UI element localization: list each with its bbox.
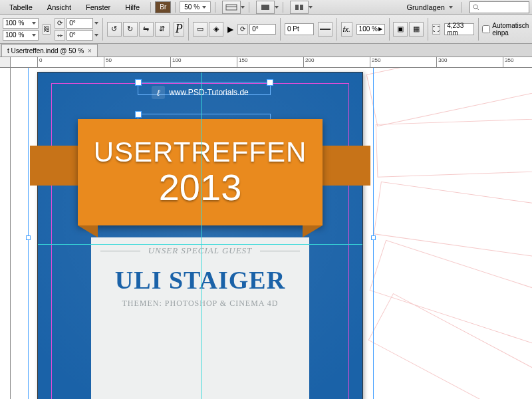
- menu-fenster[interactable]: Fenster: [79, 2, 117, 13]
- chevron-down-icon: [309, 6, 313, 9]
- view-options-button[interactable]: [222, 1, 241, 14]
- ruler-tick: 50: [104, 57, 112, 67]
- separator: [188, 18, 189, 41]
- content-rotation-field[interactable]: 0°: [249, 24, 276, 35]
- separator: [389, 18, 390, 41]
- chevron-down-icon: [241, 6, 245, 9]
- separator: [478, 18, 479, 41]
- svg-rect-4: [300, 5, 303, 10]
- ruler-tick: 0: [37, 57, 42, 67]
- zoom-level-dropdown[interactable]: 50 %: [180, 1, 211, 13]
- separator: [428, 18, 428, 41]
- separator: [280, 18, 281, 41]
- crop-icon[interactable]: ⛶: [432, 24, 440, 35]
- svg-rect-2: [261, 5, 269, 10]
- chevron-down-icon: [32, 34, 36, 37]
- separator: [150, 2, 151, 13]
- chevron-down-icon: [202, 6, 206, 9]
- chevron-down-icon: [449, 6, 453, 9]
- chevron-down-icon[interactable]: [94, 34, 98, 37]
- separator: [175, 2, 176, 13]
- text-wrap-bbox-button[interactable]: ▦: [409, 22, 424, 37]
- workspace-switcher[interactable]: Grundlagen: [402, 2, 457, 13]
- selection-handle[interactable]: [26, 235, 31, 240]
- dimension-field[interactable]: 4,233 mm: [444, 23, 473, 35]
- svg-line-6: [477, 8, 479, 10]
- text-wrap-none-button[interactable]: ▣: [393, 22, 408, 37]
- separator: [249, 2, 249, 13]
- control-bar: 100 % 100 % ⛓ ⟳0° ⬰0° ↺ ↻ ⇋ ⇵ P ▭ ◈ ▶ ⟳0…: [0, 15, 532, 44]
- arrow-right-icon: ▶: [227, 25, 233, 34]
- document-tab-bar: t Usertreffen.indd @ 50 % ×: [0, 44, 532, 57]
- paragraph-style-button[interactable]: P: [174, 22, 185, 37]
- menu-bar: Tabelle Ansicht Fenster Hilfe Br 50 % Gr…: [0, 0, 532, 15]
- rotate-icon: ⟳: [55, 18, 65, 29]
- search-field[interactable]: [469, 1, 529, 13]
- document-tab-title: t Usertreffen.indd @ 50 %: [7, 47, 84, 55]
- zoom-value: 50 %: [184, 3, 200, 11]
- menu-hilfe[interactable]: Hilfe: [118, 2, 146, 13]
- effects-button[interactable]: fx.: [341, 22, 352, 37]
- chevron-down-icon: [32, 22, 36, 25]
- chevron-down-icon[interactable]: [94, 22, 98, 25]
- document-canvas[interactable]: ℓ www.PSD-Tutorials.de USERTREFFEN 2013 …: [11, 68, 532, 399]
- selection-frame[interactable]: [28, 68, 374, 399]
- ruler-tick: 100: [170, 57, 181, 67]
- ruler-tick: 250: [370, 57, 380, 67]
- document-tab[interactable]: t Usertreffen.indd @ 50 % ×: [1, 44, 98, 57]
- ruler-origin[interactable]: [0, 57, 11, 68]
- arrange-documents-button[interactable]: [290, 1, 309, 14]
- separator: [102, 18, 103, 41]
- rotate-ccw-button[interactable]: ↺: [107, 22, 122, 37]
- ruler-tick: 300: [436, 57, 447, 67]
- shear-icon: ⬰: [55, 30, 65, 41]
- flip-rotate-group: ↺ ↻ ⇋ ⇵: [107, 22, 170, 37]
- rotation-field[interactable]: 0°: [66, 18, 93, 29]
- stroke-weight-field[interactable]: 0 Pt: [285, 23, 314, 35]
- chevron-down-icon: [275, 6, 279, 9]
- screen-mode-button[interactable]: [256, 1, 275, 14]
- select-content-button[interactable]: ◈: [209, 22, 223, 37]
- vertical-ruler[interactable]: [0, 68, 11, 399]
- stroke-style-dropdown[interactable]: [318, 22, 332, 37]
- separator: [215, 2, 215, 13]
- pasteboard: ℓ www.PSD-Tutorials.de USERTREFFEN 2013 …: [11, 68, 532, 399]
- ray-decoration: [366, 68, 532, 126]
- svg-rect-3: [295, 5, 299, 10]
- auto-fit-checkbox[interactable]: Automatisch einpa: [482, 22, 529, 37]
- opacity-field[interactable]: 100 %▶: [356, 24, 385, 35]
- bridge-button[interactable]: Br: [155, 1, 171, 13]
- ray-decoration: [376, 118, 532, 178]
- menu-tabelle[interactable]: Tabelle: [3, 2, 39, 13]
- select-container-button[interactable]: ▭: [193, 22, 207, 37]
- separator: [461, 2, 462, 13]
- workspace-label: Grundlagen: [406, 3, 445, 11]
- separator: [283, 2, 283, 13]
- scale-y-field[interactable]: 100 %: [3, 30, 39, 41]
- selection-handle[interactable]: [371, 235, 376, 240]
- close-icon[interactable]: ×: [88, 47, 92, 55]
- svg-rect-0: [226, 5, 237, 10]
- horizontal-ruler[interactable]: 0 50 100 150 200 250 300 350: [11, 57, 532, 68]
- flip-h-button[interactable]: ⇋: [139, 22, 154, 37]
- flip-v-button[interactable]: ⇵: [155, 22, 170, 37]
- link-scale-icon[interactable]: ⛓: [43, 24, 51, 35]
- search-icon: [473, 4, 479, 11]
- auto-fit-label: Automatisch einpa: [492, 22, 529, 37]
- ruler-tick: 150: [237, 57, 247, 67]
- scale-x-field[interactable]: 100 %: [3, 18, 39, 29]
- menu-ansicht[interactable]: Ansicht: [41, 2, 78, 13]
- ruler-tick: 200: [303, 57, 314, 67]
- rotate-cw-button[interactable]: ↻: [123, 22, 138, 37]
- shear-field[interactable]: 0°: [66, 30, 93, 41]
- ruler-tick: 350: [503, 57, 513, 67]
- rotate-icon: ⟳: [237, 24, 248, 35]
- separator: [336, 18, 337, 41]
